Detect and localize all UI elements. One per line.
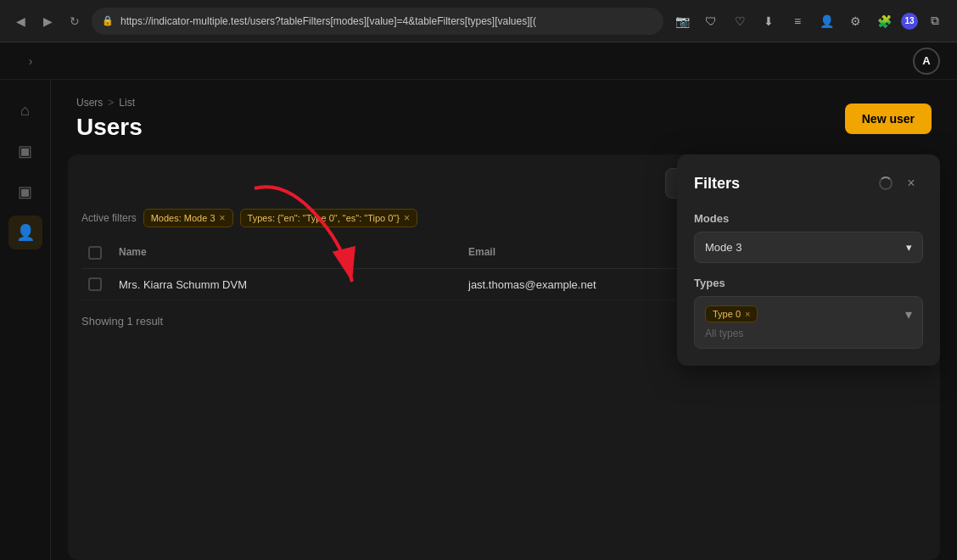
showing-count: Showing 1 result [81, 315, 163, 328]
nav-item-2[interactable]: ▣ [8, 175, 42, 209]
breadcrumb: Users > List [76, 97, 143, 109]
browser-icons: 📷 🛡 ♡ ⬇ ≡ 👤 ⚙ 🧩 13 ⧉ [670, 9, 947, 33]
url-text: https://indicator-multiple.test/users?ta… [120, 15, 536, 27]
browser-chrome: ◀ ▶ ↻ 🔒 https://indicator-multiple.test/… [0, 0, 957, 42]
refresh-button[interactable]: ↻ [64, 11, 85, 31]
filter-tag-types-close[interactable]: × [404, 212, 410, 224]
nav-users[interactable]: 👤 [8, 216, 42, 249]
shield-icon[interactable]: 🛡 [699, 9, 723, 33]
filter-panel: Filters × Modes Mode 3 ▾ Types [677, 154, 940, 366]
main-content: Users > List Users New user [51, 80, 957, 560]
type-tag-text: Type 0 [713, 309, 741, 319]
camera-icon[interactable]: 📷 [670, 9, 694, 33]
filter-tag-modes-close[interactable]: × [220, 212, 226, 224]
page-title: Users [76, 114, 143, 141]
top-bar: › A [0, 42, 957, 80]
nav-item-1[interactable]: ▣ [8, 134, 42, 168]
user-avatar[interactable]: A [913, 48, 940, 75]
content-card: 🔍 ⊿ 2 ⊞ [68, 154, 940, 560]
menu-icon[interactable]: ≡ [786, 9, 809, 33]
select-all-checkbox[interactable] [88, 246, 102, 260]
filter-panel-close[interactable]: × [899, 171, 923, 195]
filter-modes-value: Mode 3 [705, 241, 742, 254]
download-icon[interactable]: ⬇ [757, 9, 781, 33]
type-tag-close[interactable]: × [745, 309, 750, 319]
breadcrumb-users[interactable]: Users [76, 97, 103, 109]
breadcrumb-list[interactable]: List [119, 97, 135, 109]
lock-icon: 🔒 [102, 15, 114, 26]
filter-panel-header: Filters × [694, 171, 923, 195]
app-layout: › A ⌂ ▣ ▣ 👤 Users > [0, 42, 957, 560]
row-name: Mrs. Kiarra Schumm DVM [119, 278, 468, 291]
filter-modes-label: Modes [694, 212, 923, 225]
settings-icon[interactable]: ⚙ [843, 9, 867, 33]
type-tag-0[interactable]: Type 0 × [705, 305, 758, 322]
filter-tag-modes-text: Modes: Mode 3 [151, 213, 215, 223]
nav-home[interactable]: ⌂ [8, 93, 42, 127]
extension-icon[interactable]: 🧩 [872, 9, 896, 33]
address-bar[interactable]: 🔒 https://indicator-multiple.test/users?… [92, 8, 663, 35]
filter-panel-title: Filters [694, 175, 740, 193]
filter-tag-types-text: Types: {"en": "Type 0", "es": "Tipo 0"} [248, 213, 400, 223]
filter-types-box[interactable]: Type 0 × ▾ All types [694, 296, 923, 349]
tab-badge: 13 [901, 13, 918, 30]
col-header-name: Name [119, 243, 468, 263]
filter-loading-spinner [879, 176, 893, 190]
back-button[interactable]: ◀ [10, 11, 31, 31]
types-placeholder: All types [705, 328, 912, 339]
types-chevron: ▾ [905, 306, 912, 322]
filter-modes-select[interactable]: Mode 3 ▾ [694, 232, 923, 263]
page-header: Users > List Users New user [51, 80, 957, 154]
active-filters-label: Active filters [81, 212, 137, 224]
filter-types-label: Types [694, 277, 923, 289]
profile-icon[interactable]: 👤 [814, 9, 838, 33]
row-checkbox[interactable] [88, 277, 102, 291]
top-bar-right: A [913, 48, 940, 75]
forward-button[interactable]: ▶ [37, 11, 58, 31]
sidebar-expand-button[interactable]: › [17, 48, 44, 75]
filter-tag-types[interactable]: Types: {"en": "Type 0", "es": "Tipo 0"} … [240, 209, 417, 227]
sidebar-icon[interactable]: ⧉ [923, 9, 947, 33]
filter-modes-chevron: ▾ [906, 241, 912, 254]
filter-tag-modes[interactable]: Modes: Mode 3 × [143, 209, 233, 227]
breadcrumb-sep: > [108, 97, 114, 109]
new-user-button[interactable]: New user [845, 104, 932, 134]
left-nav: ⌂ ▣ ▣ 👤 [0, 80, 51, 560]
heart-icon[interactable]: ♡ [728, 9, 752, 33]
